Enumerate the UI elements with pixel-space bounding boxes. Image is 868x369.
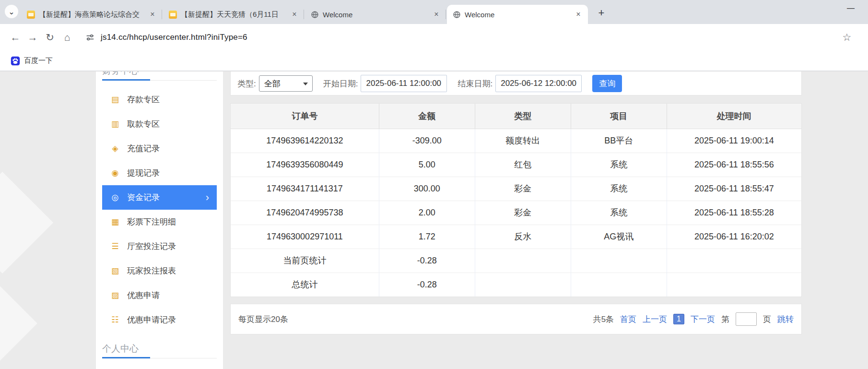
jump-suffix-label: 页: [763, 314, 771, 325]
sidebar-section-finance: 财务中心: [102, 71, 217, 81]
records-table-head: 订单号金额类型项目处理时间: [231, 104, 801, 129]
sidebar-item-label: 彩票下注明细: [127, 216, 176, 227]
column-header: 项目: [571, 104, 667, 129]
first-page-link[interactable]: 首页: [620, 314, 636, 325]
sidebar-item-room-bet-records[interactable]: ☰厅室投注记录: [102, 234, 217, 259]
recharge-icon: ◈: [110, 143, 120, 154]
table-cell: 彩金: [475, 177, 571, 201]
globe-favicon: [311, 11, 319, 19]
sidebar-menu: ▤存款专区▥取款专区◈充值记录◉提现记录◎资金记录›▦彩票下注明细☰厅室投注记录…: [96, 87, 223, 332]
new-tab-button[interactable]: +: [595, 6, 608, 20]
globe-favicon: [453, 11, 461, 19]
sidebar-item-withdrawal-records[interactable]: ◉提现记录: [102, 161, 217, 185]
browser-tab-3[interactable]: Welcome ×: [305, 5, 446, 24]
table-cell: 2025-06-11 18:55:28: [667, 201, 801, 225]
next-page-link[interactable]: 下一页: [691, 314, 715, 325]
table-cell: 1749639356080449: [231, 153, 379, 177]
tab-search-button[interactable]: ⌄: [5, 5, 18, 18]
table-cell: 1749639614220132: [231, 129, 379, 153]
table-cell: 1749634171141317: [231, 177, 379, 201]
table-row: 1749639614220132-309.00额度转出BB平台2025-06-1…: [231, 129, 801, 153]
decorative-triangle: [0, 172, 53, 274]
personal-center-title: 个人中心: [102, 343, 217, 355]
table-cell: 反水: [475, 225, 571, 249]
browser-tab-2[interactable]: 【新提醒】天天竞猜（6月11日 ×: [163, 5, 304, 24]
jump-prefix-label: 第: [721, 314, 729, 325]
sidebar-item-label: 提现记录: [127, 167, 160, 179]
table-cell: 5.00: [379, 153, 475, 177]
summary-row: 总统计-0.28: [231, 273, 801, 297]
sidebar-item-label: 充值记录: [127, 143, 160, 154]
records-icon: ☷: [110, 315, 120, 325]
bookmark-star-icon[interactable]: ☆: [838, 29, 856, 46]
sidebar-item-promo-apply[interactable]: ▨优惠申请: [102, 283, 217, 308]
table-row: 17496393560804495.00红包系统2025-06-11 18:55…: [231, 153, 801, 177]
start-date-input[interactable]: [361, 75, 447, 92]
url-text: js14.cc/hhcp/usercenter.html?iniType=6: [101, 33, 247, 42]
prev-page-link[interactable]: 上一页: [643, 314, 667, 325]
type-select-value: 全部: [264, 78, 281, 89]
tab-title: Welcome: [323, 11, 429, 19]
jump-button[interactable]: 跳转: [777, 314, 794, 325]
sidebar-item-withdraw-area[interactable]: ▥取款专区: [102, 112, 217, 136]
sidebar-item-label: 厅室投注记录: [127, 241, 176, 252]
table-cell: 总统计: [231, 273, 379, 297]
table-cell: [667, 273, 801, 297]
site-settings-icon[interactable]: [85, 33, 95, 42]
type-select[interactable]: 全部: [259, 75, 313, 92]
tab-close-icon[interactable]: ×: [432, 10, 441, 19]
table-cell: [571, 249, 667, 273]
browser-tab-4-active[interactable]: Welcome ×: [447, 5, 588, 24]
sidebar-item-recharge-records[interactable]: ◈充值记录: [102, 136, 217, 161]
tab-close-icon[interactable]: ×: [148, 10, 157, 19]
search-button[interactable]: 查询: [592, 75, 622, 92]
sidebar-item-deposit-area[interactable]: ▤存款专区: [102, 87, 217, 112]
page-jump-input[interactable]: [736, 312, 757, 326]
sidebar-item-label: 取款专区: [127, 119, 160, 130]
sidebar-item-player-bet-report[interactable]: ▧玩家投注报表: [102, 259, 217, 283]
table-cell: 彩金: [475, 201, 571, 225]
banknotes-icon: ▥: [110, 119, 120, 129]
type-label: 类型:: [237, 78, 256, 89]
mail-favicon: [27, 11, 35, 19]
browser-tab-1[interactable]: 【新提醒】海燕策略论坛综合交 ×: [21, 5, 162, 24]
table-cell: 2.00: [379, 201, 475, 225]
money-bag-icon: ◎: [110, 192, 120, 202]
table-cell: 2025-06-11 19:00:14: [667, 129, 801, 153]
tab-close-icon[interactable]: ×: [574, 10, 583, 19]
sidebar: 财务中心 ▤存款专区▥取款专区◈充值记录◉提现记录◎资金记录›▦彩票下注明细☰厅…: [96, 71, 223, 369]
document-icon: ▦: [110, 217, 120, 227]
table-cell: [571, 273, 667, 297]
tab-close-icon[interactable]: ×: [290, 10, 299, 19]
end-date-input[interactable]: [495, 75, 582, 92]
decorative-triangle: [0, 286, 37, 361]
table-cell: 额度转出: [475, 129, 571, 153]
back-button[interactable]: ←: [7, 29, 24, 46]
table-cell: -0.28: [379, 249, 475, 273]
start-date-label: 开始日期:: [323, 78, 358, 89]
table-cell: 1749630002971011: [231, 225, 379, 249]
table-cell: 红包: [475, 153, 571, 177]
total-count-label: 共5条: [593, 314, 614, 325]
bookmarks-bar: 百度一下: [0, 51, 868, 71]
address-bar[interactable]: js14.cc/hhcp/usercenter.html?iniType=6 ☆: [80, 28, 861, 47]
list-icon: ☰: [110, 241, 120, 251]
section-underline: [102, 80, 217, 81]
browser-tab-strip: ⌄ 【新提醒】海燕策略论坛综合交 × 【新提醒】天天竞猜（6月11日 × Wel…: [0, 0, 868, 24]
table-cell: 当前页统计: [231, 249, 379, 273]
home-button[interactable]: ⌂: [59, 29, 76, 46]
sidebar-item-label: 存款专区: [127, 94, 160, 105]
chevron-right-icon: ›: [206, 192, 209, 203]
forward-button[interactable]: →: [24, 29, 41, 46]
sidebar-item-label: 资金记录: [127, 192, 160, 203]
deposit-card-icon: ▤: [110, 95, 120, 105]
sidebar-item-promo-apply-records[interactable]: ☷优惠申请记录: [102, 308, 217, 332]
mail-favicon: [169, 11, 177, 19]
bookmark-baidu[interactable]: 百度一下: [7, 54, 57, 68]
select-caret-icon: [303, 83, 308, 85]
sidebar-item-fund-records[interactable]: ◎资金记录›: [102, 185, 217, 210]
sidebar-item-lottery-bet-details[interactable]: ▦彩票下注明细: [102, 210, 217, 234]
window-minimize-button[interactable]: —: [847, 4, 855, 12]
column-header: 类型: [475, 104, 571, 129]
reload-button[interactable]: ↻: [41, 29, 59, 46]
